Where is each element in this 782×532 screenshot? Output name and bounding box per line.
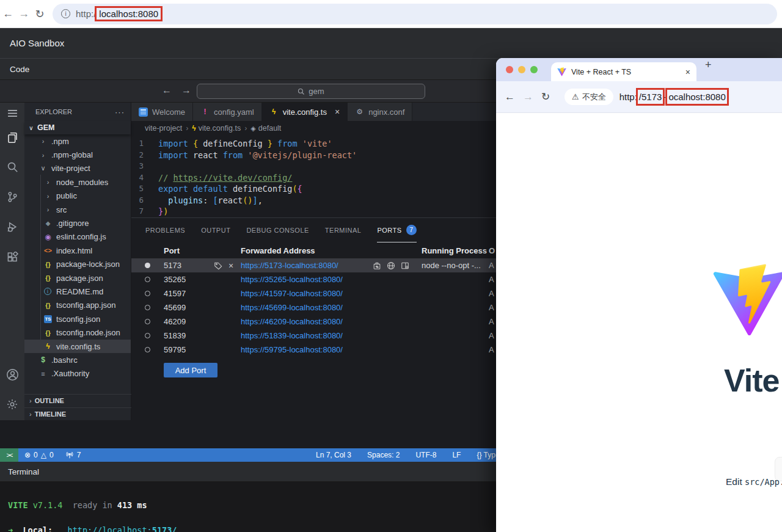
file-tree-item[interactable]: {} package-lock.json	[24, 258, 131, 271]
file-tree-item[interactable]: {} package.json	[24, 271, 131, 285]
workspace-root[interactable]: ∨ GEM	[24, 121, 131, 134]
file-icon: ◉	[43, 233, 53, 241]
editor-back-icon[interactable]: ←	[162, 85, 172, 96]
source-control-icon[interactable]	[0, 186, 24, 207]
extensions-icon[interactable]	[0, 247, 24, 268]
breadcrumb-item[interactable]: vite-project	[140, 124, 182, 133]
file-tree-item[interactable]: ∨ vite-project	[24, 162, 131, 175]
command-search-input[interactable]: gem	[197, 84, 425, 99]
warnings-icon[interactable]: △	[41, 451, 46, 459]
ports-count-badge: 7	[406, 225, 417, 235]
file-tree-item[interactable]: ϟ vite.config.ts	[24, 340, 131, 353]
file-tree-item[interactable]: › .npm	[24, 134, 131, 148]
copy-address-icon[interactable]	[373, 261, 381, 270]
add-port-button[interactable]: Add Port	[164, 363, 217, 377]
panel-tab[interactable]: DEBUG CONSOLE	[246, 218, 309, 242]
port-label-icon[interactable]	[214, 261, 222, 270]
chevron-right-icon: ›	[29, 397, 32, 404]
url-text[interactable]: http:/5173-ocalhost:8080	[619, 88, 728, 106]
ports-broadcast-icon[interactable]	[65, 451, 74, 459]
timeline-section[interactable]: › TIMELINE	[24, 407, 131, 421]
errors-icon[interactable]: ⊗	[24, 451, 31, 459]
forwarded-address-link[interactable]: https://46209-localhost:8080/	[241, 317, 343, 326]
text-token: plugins	[168, 195, 203, 205]
editor-tab[interactable]: ϟ vite.config.ts ×	[262, 103, 348, 121]
browser-tab[interactable]: Vite + React + TS ×	[551, 62, 696, 81]
text-token: ()	[243, 195, 252, 205]
account-icon[interactable]	[0, 364, 24, 385]
file-tree-item[interactable]: ◆ .gitignore	[24, 216, 131, 230]
warnings-count[interactable]: 0	[49, 451, 54, 459]
explorer-more-icon[interactable]: ···	[115, 107, 125, 117]
code-text: export default defineConfig({	[158, 183, 302, 195]
forwarded-ports-count[interactable]: 7	[77, 451, 81, 459]
forwarded-address-link[interactable]: https://45699-localhost:8080/	[241, 303, 343, 312]
file-tree-item[interactable]: TS tsconfig.json	[24, 312, 131, 326]
preview-in-editor-icon[interactable]	[401, 261, 409, 270]
file-tree-item[interactable]: {} tsconfig.app.json	[24, 299, 131, 312]
explorer-icon[interactable]	[0, 127, 24, 148]
panel-tab[interactable]: TERMINAL	[325, 218, 362, 242]
breadcrumb-item[interactable]: › ◈ default	[243, 124, 281, 133]
editor-forward-icon[interactable]: →	[181, 85, 191, 96]
run-debug-icon[interactable]	[0, 216, 24, 237]
file-tree-item[interactable]: › src	[24, 203, 131, 216]
forwarded-address-link[interactable]: https://35265-localhost:8080/	[241, 275, 343, 284]
status-item[interactable]: LF	[452, 451, 461, 459]
editor-tab[interactable]: Welcome	[131, 103, 193, 121]
file-tree-item[interactable]: ◉ eslint.config.js	[24, 230, 131, 244]
vite-logo[interactable]	[712, 264, 782, 337]
file-tree-item[interactable]: {} tsconfig.node.json	[24, 326, 131, 339]
file-tree-item[interactable]: <> index.html	[24, 244, 131, 257]
errors-count[interactable]: 0	[34, 451, 38, 459]
new-tab-icon[interactable]: +	[705, 59, 712, 71]
panel-tab[interactable]: OUTPUT	[201, 218, 230, 242]
menu-icon[interactable]	[0, 103, 24, 123]
back-icon[interactable]: ←	[505, 91, 523, 103]
text-token: 'vite'	[302, 139, 332, 148]
status-item[interactable]: UTF-8	[415, 451, 436, 459]
search-view-icon[interactable]	[0, 156, 24, 177]
status-item[interactable]: Spaces: 2	[367, 451, 400, 459]
close-window-icon[interactable]	[506, 66, 513, 73]
text-token: }	[158, 206, 163, 216]
open-in-browser-icon[interactable]	[387, 261, 395, 270]
file-tree-item[interactable]: › public	[24, 189, 131, 203]
forwarded-address-link[interactable]: https://51839-localhost:8080/	[241, 331, 343, 340]
text-token: [	[213, 195, 217, 205]
text-token: :	[203, 195, 213, 205]
tab-close-icon[interactable]: ×	[335, 107, 340, 117]
forward-icon[interactable]: →	[16, 7, 32, 20]
not-secure-badge[interactable]: ⚠ 不安全	[565, 89, 613, 105]
file-tree-item[interactable]: ≡ .Xauthority	[24, 367, 131, 381]
tab-close-icon[interactable]: ×	[685, 67, 690, 77]
minimize-window-icon[interactable]	[518, 66, 525, 73]
panel-tab[interactable]: PROBLEMS	[145, 218, 185, 242]
maximize-window-icon[interactable]	[530, 66, 538, 73]
main-browser-toolbar: ← → ↻ i http:/localhost:8080	[0, 0, 782, 28]
forwarded-address-link[interactable]: https://41597-localhost:8080/	[241, 289, 343, 298]
file-tree-item[interactable]: › node_modules	[24, 175, 131, 189]
port-close-icon[interactable]: ×	[228, 261, 233, 271]
editor-tab[interactable]: ! config.yaml	[193, 103, 262, 121]
url-text[interactable]: http:/localhost:8080	[76, 6, 161, 21]
editor-tab[interactable]: ⚙ nginx.conf	[348, 103, 412, 121]
remote-indicator[interactable]: ><	[0, 448, 18, 462]
address-bar[interactable]: i http:/localhost:8080	[53, 4, 777, 24]
file-tree-item[interactable]: i README.md	[24, 285, 131, 298]
file-icon: ›	[43, 206, 53, 213]
status-item[interactable]: Ln 7, Col 3	[316, 451, 351, 459]
panel-tab[interactable]: PORTS 7	[377, 218, 416, 242]
outline-section[interactable]: › OUTLINE	[24, 394, 131, 407]
site-info-icon[interactable]: i	[61, 9, 70, 18]
reload-icon[interactable]: ↻	[32, 7, 48, 21]
settings-gear-icon[interactable]	[0, 394, 24, 415]
forwarded-address-link[interactable]: https://5173-localhost:8080/	[241, 261, 338, 270]
file-tree-item[interactable]: $ .bashrc	[24, 353, 131, 366]
file-tree-item[interactable]: › .npm-global	[24, 148, 131, 161]
breadcrumb-item[interactable]: › ϟ vite.config.ts	[185, 124, 241, 133]
file-name: .npm	[51, 137, 69, 146]
back-icon[interactable]: ←	[0, 7, 16, 20]
forwarded-address-link[interactable]: https://59795-localhost:8080/	[241, 345, 343, 354]
reload-icon[interactable]: ↻	[541, 90, 560, 103]
